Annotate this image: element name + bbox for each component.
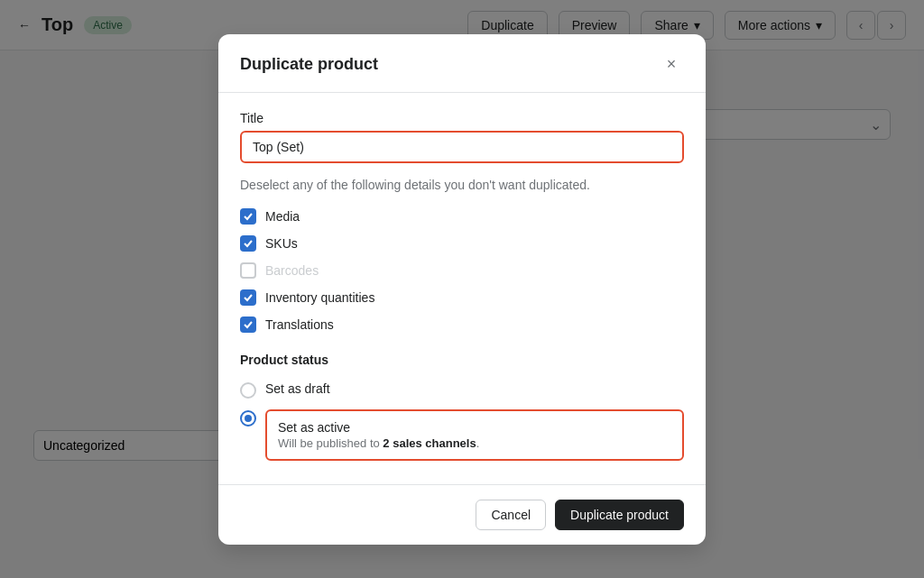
active-radio-sublabel: Will be published to 2 sales channels. <box>278 436 671 450</box>
modal-overlay: Duplicate product × Title Deselect any o… <box>0 0 924 578</box>
active-radio[interactable] <box>240 410 256 427</box>
skus-label: SKUs <box>265 236 298 251</box>
media-label: Media <box>265 209 300 224</box>
skus-checkbox-row: SKUs <box>240 230 684 257</box>
modal-footer: Cancel Duplicate product <box>218 484 706 545</box>
active-radio-row: Set as active Will be published to 2 sal… <box>240 404 684 466</box>
modal-header: Duplicate product × <box>218 34 706 93</box>
modal-title: Duplicate product <box>240 55 378 74</box>
modal-field-label: Title <box>240 111 684 125</box>
inventory-checkbox[interactable] <box>240 289 256 306</box>
product-status-label: Product status <box>240 353 684 367</box>
skus-checkbox[interactable] <box>240 235 256 252</box>
modal-close-button[interactable]: × <box>659 52 684 78</box>
cancel-button[interactable]: Cancel <box>476 500 546 530</box>
media-checkbox[interactable] <box>240 208 256 225</box>
modal-title-input[interactable] <box>240 131 684 163</box>
inventory-checkbox-row: Inventory quantities <box>240 284 684 311</box>
draft-label: Set as draft <box>265 381 330 396</box>
modal-body: Title Deselect any of the following deta… <box>218 93 706 484</box>
inventory-label: Inventory quantities <box>265 290 374 305</box>
translations-checkbox[interactable] <box>240 317 256 333</box>
translations-checkbox-row: Translations <box>240 311 684 338</box>
duplicate-product-button[interactable]: Duplicate product <box>555 500 684 530</box>
translations-label: Translations <box>265 317 334 332</box>
draft-radio-row: Set as draft <box>240 376 684 404</box>
modal-description: Deselect any of the following details yo… <box>240 178 684 192</box>
duplicate-modal: Duplicate product × Title Deselect any o… <box>218 34 706 545</box>
draft-radio[interactable] <box>240 382 256 399</box>
barcodes-checkbox[interactable] <box>240 262 256 279</box>
active-radio-box: Set as active Will be published to 2 sal… <box>265 409 684 461</box>
barcodes-label: Barcodes <box>265 263 319 278</box>
media-checkbox-row: Media <box>240 203 684 230</box>
active-radio-label: Set as active <box>278 420 671 435</box>
barcodes-checkbox-row: Barcodes <box>240 257 684 284</box>
